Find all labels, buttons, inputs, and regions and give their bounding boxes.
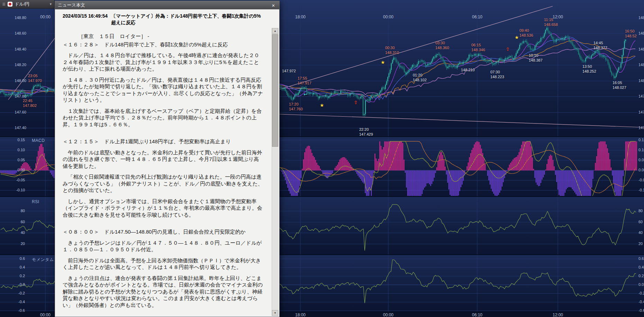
scrollbar-thumb[interactable] <box>272 34 278 147</box>
news-para: きょうの注目点は、連合が発表する春闘の第１回集計結果。昨年を上回り、どこまで強含… <box>63 275 264 309</box>
news-para: １４８．３０円付近にあったドル／円は、発表直後は１４８円に接近する円高反応が先行… <box>63 76 264 103</box>
close-icon[interactable]: × <box>270 2 276 8</box>
currency-pair-flag-icon <box>8 2 12 7</box>
news-para: しかし、通貨オプション市場では、日米中銀会合をまたぐ１週間物の予想変動率（インプ… <box>63 198 264 218</box>
news-para: きょうの予想レンジはドル／円が１４７．５０―１４８．８０円、ユーロ／ドルが１．０… <box>63 239 264 253</box>
news-para: ドル／円は、１４８円台半ばで推移している。午後4時過ぎに連合が発表した２０２４年… <box>63 52 264 72</box>
article-headline: 〔マーケットアイ〕外為：ドル148円前半で上下、春闘1次集計の5%超えに反応 <box>111 13 263 26</box>
instrument-pair-label: ドル/円 <box>15 1 29 7</box>
trading-app-root: 148.80148.80148.60148.60148.40148.40148.… <box>0 0 644 317</box>
news-section: ＜１６：２８＞ ドル148円前半で上下、春闘1次集計の5%超えに反応 <box>63 41 264 48</box>
chevron-down-icon[interactable]: ▼ <box>49 2 52 6</box>
scrollbar[interactable]: ▲ ▼ <box>272 28 279 316</box>
news-para: 午前のドルは底堅い動きとなった。米金利の上昇を受けて買いが先行した前日海外の流れ… <box>63 149 264 170</box>
news-para: 「相次ぐ日銀関連報道で目先の利上げ観測はかなり織り込まれた。一段の円高は進みづら… <box>63 173 264 194</box>
menu-icon[interactable]: ≣ <box>2 2 6 7</box>
article-timestamp: 2024/03/15 16:49:54 <box>63 13 108 19</box>
news-article: 2024/03/15 16:49:54 〔マーケットアイ〕外為：ドル148円前半… <box>55 9 279 317</box>
modal-titlebar[interactable]: ニュース本文 × <box>55 1 279 9</box>
modal-title: ニュース本文 <box>58 2 85 8</box>
article-header: 2024/03/15 16:49:54 〔マーケットアイ〕外為：ドル148円前半… <box>55 9 279 27</box>
news-para: 前日海外のドルは全面高。予想を上回る米卸売物価指数（ＰＰＩ）で米金利が大きく上昇… <box>63 257 264 271</box>
news-intro: ［東京 １５日 ロイター］ - <box>63 33 264 40</box>
scroll-down-button[interactable]: ▼ <box>272 310 278 316</box>
instrument-selector-bar[interactable]: ≣ ドル/円 ▼ <box>0 0 55 9</box>
news-section: ＜０８：００＞ ドル147.50―148.80円の見通し、日銀会合控え円安限定的… <box>63 228 264 235</box>
news-modal: ニュース本文 × 2024/03/15 16:49:54 〔マーケットアイ〕外為… <box>55 1 280 317</box>
scroll-up-button[interactable]: ▲ <box>272 28 278 34</box>
article-body: ［東京 １５日 ロイター］ -＜１６：２８＞ ドル148円前半で上下、春闘1次集… <box>55 27 279 308</box>
news-section: ＜１２：１５＞ ドル上昇1週間ぶり148円半ば、予想変動率は高止まり <box>63 138 264 145</box>
news-para: １次集計では、基本給を底上げするベースアップ（ベア）と定期昇給（定昇）を合わせた… <box>63 108 264 128</box>
